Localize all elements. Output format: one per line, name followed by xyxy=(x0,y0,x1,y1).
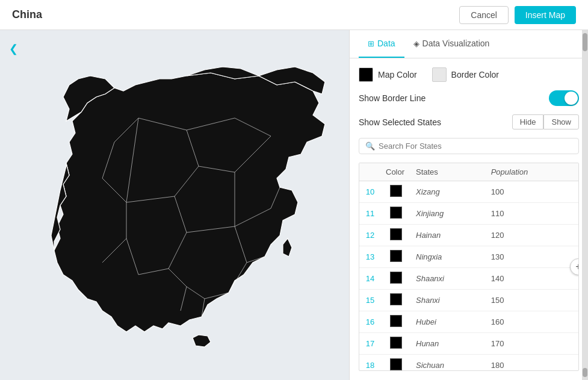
border-color-label: Border Color xyxy=(451,70,499,79)
table-row: 12 Hainan 120 xyxy=(359,225,578,246)
map-color-item[interactable]: Map Color xyxy=(359,67,417,82)
col-color: Color xyxy=(381,163,411,181)
table-row: 10 Xizang 100 xyxy=(359,181,578,203)
search-icon: 🔍 xyxy=(365,142,375,151)
row-color-cell[interactable] xyxy=(381,333,411,355)
row-color-swatch[interactable] xyxy=(390,315,402,327)
col-num xyxy=(359,163,381,181)
insert-map-button[interactable]: Insert Map xyxy=(515,6,576,24)
tab-data-label: Data xyxy=(377,39,395,48)
col-states: States xyxy=(411,163,486,181)
table-row: 15 Shanxi 150 xyxy=(359,290,578,311)
china-map xyxy=(18,58,331,353)
row-population: 180 xyxy=(486,355,578,371)
table-row: 13 Ningxia 130 xyxy=(359,246,578,268)
show-selected-states-label: Show Selected States xyxy=(359,117,441,127)
border-color-swatch[interactable] xyxy=(432,67,447,82)
show-hide-buttons: Hide Show xyxy=(512,114,579,129)
table-row: 16 Hubei 160 xyxy=(359,311,578,333)
search-input[interactable] xyxy=(379,142,572,151)
row-state: Shaanxi xyxy=(411,268,486,290)
header-buttons: Cancel Insert Map xyxy=(459,6,576,24)
cancel-button[interactable]: Cancel xyxy=(459,6,509,24)
scrollbar-thumb-bottom xyxy=(583,368,587,377)
border-color-item[interactable]: Border Color xyxy=(432,67,499,82)
border-line-toggle[interactable] xyxy=(549,90,579,106)
col-population: Population xyxy=(486,163,578,181)
row-state: Shanxi xyxy=(411,290,486,311)
row-population: 170 xyxy=(486,333,578,355)
panel-content: Map Color Border Color Show Border Line … xyxy=(350,58,588,380)
row-number: 13 xyxy=(359,246,381,268)
table-row: 11 Xinjiang 110 xyxy=(359,203,578,225)
row-color-cell[interactable] xyxy=(381,268,411,290)
map-color-label: Map Color xyxy=(378,70,417,79)
row-number: 12 xyxy=(359,225,381,246)
row-color-cell[interactable] xyxy=(381,181,411,203)
data-tab-icon: ⊞ xyxy=(368,39,374,48)
row-number: 11 xyxy=(359,203,381,225)
row-color-swatch[interactable] xyxy=(390,337,402,349)
states-table: Color States Population 10 Xizang 100 11… xyxy=(359,163,578,370)
hide-button[interactable]: Hide xyxy=(512,114,544,129)
tabs: ⊞ Data ◈ Data Visualization xyxy=(350,30,588,58)
row-color-cell[interactable] xyxy=(381,246,411,268)
toggle-knob xyxy=(565,92,578,105)
row-number: 10 xyxy=(359,181,381,203)
tab-data[interactable]: ⊞ Data xyxy=(359,30,404,58)
row-color-cell[interactable] xyxy=(381,355,411,371)
page-title: China xyxy=(12,8,42,21)
row-state: Xizang xyxy=(411,181,486,203)
tab-visualization-label: Data Visualization xyxy=(422,39,490,48)
row-color-cell[interactable] xyxy=(381,203,411,225)
row-color-swatch[interactable] xyxy=(390,185,402,197)
row-color-swatch[interactable] xyxy=(390,293,402,305)
row-state: Hubei xyxy=(411,311,486,333)
table-container: Color States Population 10 Xizang 100 11… xyxy=(359,163,579,371)
row-state: Hainan xyxy=(411,225,486,246)
row-state: Hunan xyxy=(411,333,486,355)
table-header-row: Color States Population xyxy=(359,163,578,181)
row-population: 110 xyxy=(486,203,578,225)
row-state: Ningxia xyxy=(411,246,486,268)
row-state: Sichuan xyxy=(411,355,486,371)
row-number: 18 xyxy=(359,355,381,371)
table-body: 10 Xizang 100 11 Xinjiang 110 12 Hainan … xyxy=(359,181,578,371)
show-button[interactable]: Show xyxy=(543,114,579,129)
visualization-tab-icon: ◈ xyxy=(413,39,419,48)
show-selected-states-row: Show Selected States Hide Show xyxy=(359,114,579,129)
row-number: 14 xyxy=(359,268,381,290)
row-number: 17 xyxy=(359,333,381,355)
table-row: 14 Shaanxi 140 xyxy=(359,268,578,290)
row-color-swatch[interactable] xyxy=(390,228,402,240)
row-color-swatch[interactable] xyxy=(390,358,402,370)
row-number: 15 xyxy=(359,290,381,311)
row-color-cell[interactable] xyxy=(381,290,411,311)
show-border-line-row: Show Border Line xyxy=(359,90,579,106)
row-number: 16 xyxy=(359,311,381,333)
row-color-swatch[interactable] xyxy=(390,250,402,262)
search-bar: 🔍 xyxy=(359,138,579,154)
row-population: 130 xyxy=(486,246,578,268)
row-color-cell[interactable] xyxy=(381,311,411,333)
tab-visualization[interactable]: ◈ Data Visualization xyxy=(404,30,499,58)
header: China Cancel Insert Map xyxy=(0,0,588,30)
row-population: 160 xyxy=(486,311,578,333)
right-panel: ⊞ Data ◈ Data Visualization Map Color Bo… xyxy=(349,30,588,380)
outer-scrollbar xyxy=(582,30,588,380)
row-color-swatch[interactable] xyxy=(390,207,402,219)
table-scroll[interactable]: Color States Population 10 Xizang 100 11… xyxy=(359,163,578,370)
row-color-cell[interactable] xyxy=(381,225,411,246)
row-color-swatch[interactable] xyxy=(390,272,402,284)
row-population: 150 xyxy=(486,290,578,311)
table-row: 18 Sichuan 180 xyxy=(359,355,578,371)
back-arrow-icon[interactable]: ❮ xyxy=(9,42,18,55)
row-population: 120 xyxy=(486,225,578,246)
table-row: 17 Hunan 170 xyxy=(359,333,578,355)
row-state: Xinjiang xyxy=(411,203,486,225)
map-color-swatch[interactable] xyxy=(359,67,373,82)
main-container: ❮ xyxy=(0,30,588,380)
color-row: Map Color Border Color xyxy=(359,67,579,82)
map-panel: ❮ xyxy=(0,30,349,380)
scrollbar-thumb-top xyxy=(583,33,587,51)
